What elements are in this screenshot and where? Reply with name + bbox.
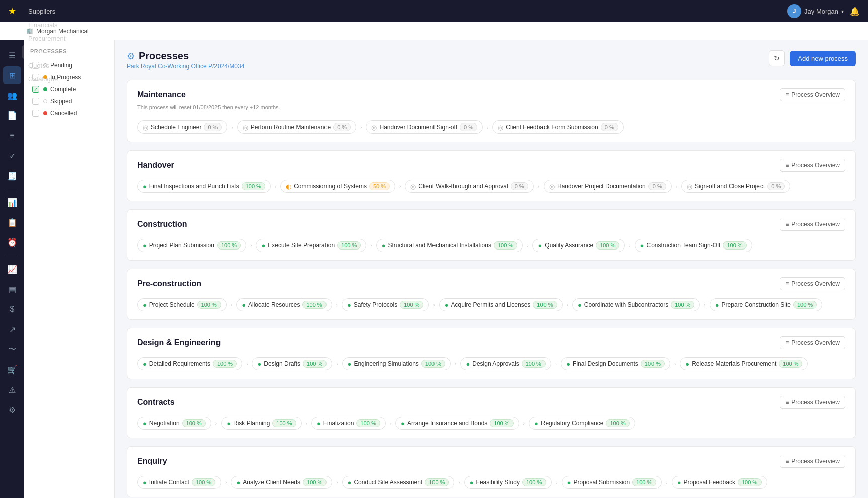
step-badge: 100 %	[272, 419, 296, 427]
step-separator: ›	[458, 480, 460, 485]
process-overview-button[interactable]: ≡ Process Overview	[780, 336, 845, 349]
step-pill[interactable]: ●Initiate Contact100 %	[137, 476, 221, 489]
step-pill[interactable]: ◐Commissioning of Systems50 %	[280, 180, 395, 193]
step-badge: 100 %	[522, 360, 546, 368]
step-pill[interactable]: ●Proposal Submission100 %	[562, 476, 662, 489]
filter-checkbox[interactable]	[32, 110, 39, 117]
step-badge: 100 %	[671, 301, 694, 309]
menu-icon[interactable]: ☰	[3, 46, 21, 64]
check-circle-icon: ●	[348, 479, 352, 486]
nav-item-contacts[interactable]: Contacts	[22, 0, 71, 5]
nav-item-quotes[interactable]: Quotes	[22, 59, 71, 72]
step-label: Final Inspections and Punch Lists	[149, 183, 239, 190]
step-pill[interactable]: ●Safety Protocols100 %	[342, 298, 429, 311]
step-pill[interactable]: ●Feasibility Study100 %	[464, 476, 552, 489]
doc-icon[interactable]: 📄	[3, 106, 21, 125]
list-icon[interactable]: ≡	[3, 127, 21, 145]
clock-icon[interactable]: ⏰	[3, 233, 21, 252]
process-name: Pre-construction	[137, 279, 201, 288]
settings-icon[interactable]: ⚙	[3, 401, 21, 419]
step-pill[interactable]: ●Construction Team Sign-Off100 %	[635, 239, 752, 252]
step-label: Conduct Site Assessment	[354, 479, 422, 486]
nav-item-catalogue[interactable]: Catalogue	[22, 72, 71, 86]
step-pill[interactable]: ●Allocate Resources100 %	[236, 298, 332, 311]
check-icon[interactable]: ✓	[3, 147, 21, 165]
check-circle-icon: ●	[715, 301, 719, 309]
process-overview-button[interactable]: ≡ Process Overview	[780, 396, 845, 409]
step-pill[interactable]: ●Structural and Mechanical Installations…	[376, 239, 523, 252]
step-pill[interactable]: ●Final Design Documents100 %	[561, 357, 670, 370]
nav-item-suppliers[interactable]: Suppliers	[22, 5, 71, 18]
step-pill[interactable]: ◎Handover Document Sign-off0 %	[366, 120, 483, 134]
bell-icon[interactable]: 🔔	[850, 7, 860, 16]
process-overview-button[interactable]: ≡ Process Overview	[780, 455, 845, 468]
processes-icon: ⚙	[127, 51, 135, 62]
divider1	[6, 189, 18, 189]
step-pill[interactable]: ●Coordinate with Subcontractors100 %	[572, 298, 700, 311]
step-pill[interactable]: ◎Handover Project Documentation0 %	[544, 180, 672, 193]
divider2	[6, 256, 18, 256]
add-process-button[interactable]: Add new process	[790, 51, 856, 66]
step-label: Design Drafts	[264, 360, 300, 367]
step-pill[interactable]: ◎Sign-off and Close Project0 %	[681, 180, 790, 193]
step-separator: ›	[250, 243, 252, 248]
process-overview-button[interactable]: ≡ Process Overview	[780, 159, 845, 172]
page-title-area: ⚙ Processes Park Royal Co-Working Office…	[127, 50, 244, 70]
report-icon[interactable]: 📊	[3, 193, 21, 211]
step-pill[interactable]: ●Engineering Simulations100 %	[342, 357, 451, 370]
step-label: Risk Planning	[233, 420, 270, 427]
nav-item-financials[interactable]: Financials	[22, 18, 71, 32]
step-pill[interactable]: ●Conduct Site Assessment100 %	[342, 476, 455, 489]
step-pill[interactable]: ●Release Materials Procurement100 %	[680, 357, 808, 370]
process-overview-button[interactable]: ≡ Process Overview	[780, 88, 845, 101]
step-label: Handover Project Documentation	[557, 183, 646, 190]
step-pill[interactable]: ◎Client Feedback Form Submission0 %	[492, 120, 623, 134]
step-pill[interactable]: ●Final Inspections and Punch Lists100 %	[137, 180, 271, 193]
step-pill[interactable]: ●Prepare Construction Site100 %	[710, 298, 822, 311]
check-circle-icon: ●	[143, 183, 147, 190]
list2-icon[interactable]: 📋	[3, 213, 21, 231]
step-label: Finalization	[323, 420, 354, 427]
rows-icon[interactable]: ▤	[3, 280, 21, 298]
step-pill[interactable]: ●Risk Planning100 %	[221, 417, 301, 430]
dollar-icon[interactable]: $	[3, 300, 21, 318]
process-overview-button[interactable]: ≡ Process Overview	[780, 277, 845, 290]
nav-item-projects[interactable]: Projects	[22, 45, 71, 59]
grid-icon[interactable]: ⊞	[3, 66, 21, 84]
step-pill[interactable]: ●Project Plan Submission100 %	[137, 239, 246, 252]
step-separator: ›	[399, 184, 401, 189]
step-pill[interactable]: ●Arrange Insurance and Bonds100 %	[395, 417, 519, 430]
trend-icon[interactable]: ↗	[3, 320, 21, 338]
invoice-icon[interactable]: 🧾	[3, 167, 21, 185]
cart-icon[interactable]: 🛒	[3, 360, 21, 379]
refresh-button[interactable]: ↻	[769, 50, 785, 66]
wave-icon[interactable]: 〜	[3, 340, 21, 358]
step-pill[interactable]: ◎Perform Routine Maintenance0 %	[237, 120, 356, 134]
users-icon[interactable]: 👥	[3, 86, 21, 104]
process-overview-button[interactable]: ≡ Process Overview	[780, 218, 845, 231]
step-pill[interactable]: ◎Schedule Engineer0 %	[137, 120, 227, 134]
step-pill[interactable]: ◎Client Walk-through and Approval0 %	[405, 180, 533, 193]
step-pill[interactable]: ●Finalization100 %	[311, 417, 386, 430]
step-pill[interactable]: ●Project Schedule100 %	[137, 298, 227, 311]
filter-item-skipped[interactable]: Skipped	[30, 95, 108, 107]
step-pill[interactable]: ●Negotiation100 %	[137, 417, 211, 430]
warning-icon[interactable]: ⚠	[3, 381, 21, 399]
chart-icon[interactable]: 📈	[3, 260, 21, 278]
page-subtitle[interactable]: Park Royal Co-Working Office P/2024/M034	[127, 63, 244, 70]
user-info[interactable]: J Jay Morgan ▾	[787, 4, 844, 18]
step-pill[interactable]: ●Design Approvals100 %	[460, 357, 551, 370]
step-pill[interactable]: ●Design Drafts100 %	[252, 357, 332, 370]
step-pill[interactable]: ●Regulatory Compliance100 %	[529, 417, 635, 430]
step-pill[interactable]: ●Quality Assurance100 %	[532, 239, 625, 252]
step-pill[interactable]: ●Execute Site Preparation100 %	[256, 239, 366, 252]
step-pill[interactable]: ●Proposal Feedback100 %	[672, 476, 767, 489]
filter-item-cancelled[interactable]: Cancelled	[30, 107, 108, 119]
filter-checkbox[interactable]	[32, 98, 39, 105]
step-pill[interactable]: ●Analyze Client Needs100 %	[231, 476, 332, 489]
filter-checkbox[interactable]: ✓	[32, 86, 39, 93]
nav-item-procurement[interactable]: Procurement	[22, 32, 71, 45]
step-pill[interactable]: ●Detailed Requirements100 %	[137, 357, 242, 370]
logo-icon[interactable]: ★	[8, 6, 16, 17]
step-pill[interactable]: ●Acquire Permits and Licenses100 %	[439, 298, 563, 311]
